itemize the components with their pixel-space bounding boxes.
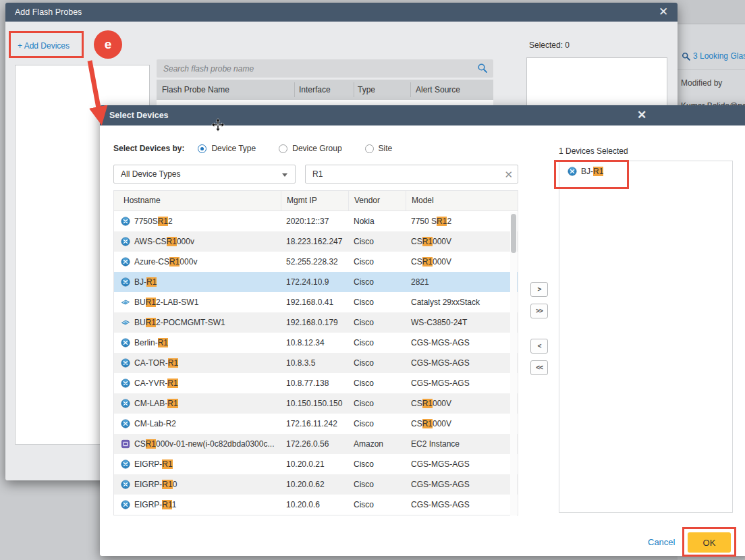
search-icon[interactable] <box>477 63 488 76</box>
cell-model: CGS-MGS-AGS <box>406 373 518 393</box>
device-search-input[interactable] <box>306 165 518 183</box>
cell-mgmt-ip: 10.20.0.21 <box>281 454 348 474</box>
router-icon <box>121 480 130 489</box>
transfer-buttons: >>><<< <box>530 282 551 375</box>
table-row[interactable]: 7750SR122020:12::37Nokia7750 SR12 <box>114 211 518 231</box>
probe-search-bar <box>157 59 493 78</box>
device-search-bar: ✕ <box>305 165 518 184</box>
selected-count-label: Selected: 0 <box>529 40 570 50</box>
radio-label: Device Type <box>211 144 256 153</box>
cell-mgmt-ip: 172.16.11.242 <box>281 414 348 434</box>
table-row[interactable]: CSR1000v-01-new(i-0c82dbda0300c...172.26… <box>114 434 518 454</box>
cell-model: WS-C3850-24T <box>406 312 518 333</box>
cancel-button[interactable]: Cancel <box>648 537 675 547</box>
cell-vendor: Cisco <box>348 353 406 373</box>
cell-vendor: Cisco <box>348 312 406 333</box>
add-devices-link[interactable]: + Add Devices <box>18 41 70 51</box>
divider <box>678 69 745 70</box>
selected-device-name: BJ-R1 <box>581 167 603 176</box>
column-model: Model <box>406 191 518 211</box>
router-icon <box>121 399 130 408</box>
table-row[interactable]: CA-TOR-R110.8.3.5CiscoCGS-MGS-AGS <box>114 353 518 373</box>
table-row[interactable]: Berlin-R110.8.12.34CiscoCGS-MGS-AGS <box>114 333 518 353</box>
device-table-header: Hostname Mgmt IP Vendor Model <box>114 191 518 211</box>
cell-hostname: BJ-R1 <box>114 272 281 292</box>
dialog-title: Add Flash Probes <box>15 7 82 17</box>
cell-mgmt-ip: 52.255.228.32 <box>281 252 348 272</box>
probe-search-input[interactable] <box>157 59 493 78</box>
select-devices-titlebar[interactable]: Select Devices ✕ <box>100 105 745 125</box>
cell-hostname: Azure-CSR1000v <box>114 252 281 272</box>
cell-hostname: CA-YVR-R1 <box>114 373 281 393</box>
router-icon <box>121 237 130 246</box>
probe-table-header: Flash Probe Name Interface Type Alert So… <box>157 80 493 100</box>
cell-hostname: CSR1000v-01-new(i-0c82dbda0300c... <box>114 434 281 454</box>
cell-vendor: Cisco <box>348 474 406 495</box>
cell-model: CGS-MGS-AGS <box>406 474 518 495</box>
move-right-button[interactable]: > <box>530 282 548 297</box>
cell-vendor: Cisco <box>348 333 406 353</box>
cell-hostname: EIGRP-R11 <box>114 495 281 515</box>
table-row[interactable]: CM-Lab-R2172.16.11.242CiscoCSR1000V <box>114 414 518 434</box>
table-row[interactable]: Azure-CSR1000v52.255.228.32CiscoCSR1000V <box>114 252 518 272</box>
cell-mgmt-ip: 10.20.0.62 <box>281 474 348 495</box>
cell-hostname: 7750SR12 <box>114 211 281 231</box>
table-row[interactable]: BJ-R1172.24.10.9Cisco2821 <box>114 272 518 292</box>
scrollbar-thumb[interactable] <box>511 214 516 253</box>
cell-vendor: Cisco <box>348 272 406 292</box>
table-row[interactable]: CA-YVR-R110.8.77.138CiscoCGS-MGS-AGS <box>114 373 518 393</box>
column-hostname: Hostname <box>114 191 281 211</box>
scrollbar-track[interactable] <box>510 212 517 515</box>
table-row[interactable]: EIGRP-R1110.20.0.6CiscoCGS-MGS-AGS <box>114 495 518 515</box>
close-icon[interactable]: ✕ <box>655 3 672 22</box>
cell-hostname: CA-TOR-R1 <box>114 353 281 373</box>
add-flash-probes-titlebar: Add Flash Probes ✕ <box>5 3 678 22</box>
cell-mgmt-ip: 172.26.0.56 <box>281 434 348 454</box>
modified-by-label: Modified by <box>681 78 722 88</box>
column-vendor: Vendor <box>348 191 406 211</box>
router-icon <box>568 167 577 176</box>
clear-search-icon[interactable]: ✕ <box>504 168 513 181</box>
table-row[interactable]: EIGRP-R110.20.0.21CiscoCGS-MGS-AGS <box>114 454 518 474</box>
table-row[interactable]: BUR12-POCMGMT-SW1192.168.0.179CiscoWS-C3… <box>114 312 518 333</box>
radio-site[interactable]: Site <box>365 144 393 153</box>
radio-circle-icon <box>365 144 374 153</box>
ok-button[interactable]: OK <box>688 532 731 553</box>
radio-device-group[interactable]: Device Group <box>279 144 341 153</box>
radio-circle-icon <box>279 144 287 153</box>
move-all-left-button[interactable]: << <box>530 360 548 375</box>
move-left-button[interactable]: < <box>530 339 548 354</box>
move-all-right-button[interactable]: >> <box>530 304 548 318</box>
device-type-dropdown[interactable]: All Device Types <box>113 165 296 184</box>
cell-mgmt-ip: 2020:12::37 <box>281 211 348 231</box>
column-interface: Interface <box>299 80 331 100</box>
cell-vendor: Cisco <box>348 454 406 474</box>
cell-vendor: Cisco <box>348 495 406 515</box>
column-type: Type <box>358 80 375 100</box>
table-row[interactable]: CM-LAB-R110.150.150.150CiscoCSR1000V <box>114 393 518 414</box>
table-row[interactable]: AWS-CSR1000v18.223.162.247CiscoCSR1000V <box>114 231 518 252</box>
close-icon[interactable]: ✕ <box>633 105 651 125</box>
ec2-icon <box>121 439 130 449</box>
selected-device-item[interactable]: BJ-R1 <box>559 161 732 180</box>
select-devices-dialog: Select Devices ✕ Select Devices by: Devi… <box>100 105 745 556</box>
radio-label: Site <box>379 144 393 153</box>
cell-mgmt-ip: 192.168.0.179 <box>281 312 348 333</box>
cell-hostname: EIGRP-R10 <box>114 474 281 495</box>
cell-model: Catalyst 29xxStack <box>406 292 518 312</box>
cell-mgmt-ip: 18.223.162.247 <box>281 231 348 252</box>
switch-icon <box>121 298 130 307</box>
device-table-body: 7750SR122020:12::37Nokia7750 SR12AWS-CSR… <box>114 211 518 515</box>
divider <box>354 82 354 97</box>
cell-model: CGS-MGS-AGS <box>406 495 518 515</box>
column-flash-probe-name: Flash Probe Name <box>162 80 229 100</box>
cell-model: CGS-MGS-AGS <box>406 353 518 373</box>
radio-device-type[interactable]: Device Type <box>198 144 256 153</box>
looking-glass-link[interactable]: 3 Looking Glass <box>682 51 745 61</box>
cell-model: CGS-MGS-AGS <box>406 333 518 353</box>
table-row[interactable]: BUR12-LAB-SW1192.168.0.41CiscoCatalyst 2… <box>114 292 518 312</box>
looking-glass-icon <box>682 52 690 61</box>
cell-vendor: Cisco <box>348 373 406 393</box>
table-row[interactable]: EIGRP-R1010.20.0.62CiscoCGS-MGS-AGS <box>114 474 518 495</box>
cell-vendor: Cisco <box>348 231 406 252</box>
